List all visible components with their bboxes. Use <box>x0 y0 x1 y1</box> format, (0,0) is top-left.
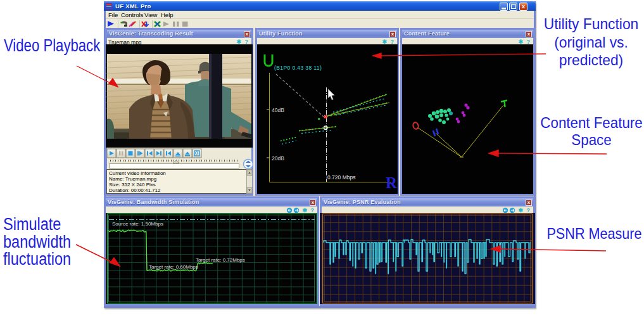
svg-text:Target rate: 0.72Mbps: Target rate: 0.72Mbps <box>196 257 245 263</box>
svg-text:Source rate: 1.50Mbps: Source rate: 1.50Mbps <box>112 221 163 227</box>
svg-text:20dB: 20dB <box>272 155 284 162</box>
svg-text:Size: 352 X 240 Pixs: Size: 352 X 240 Pixs <box>109 182 156 188</box>
svg-text:Duration: 00:00:41.712: Duration: 00:00:41.712 <box>109 188 161 193</box>
svg-text:0.720 Mbps: 0.720 Mbps <box>327 174 355 181</box>
svg-text:Target rate: 0.60Mbps: Target rate: 0.60Mbps <box>149 264 198 270</box>
svg-text:R: R <box>386 174 398 191</box>
svg-text:(B1P0 0.43 38 11): (B1P0 0.43 38 11) <box>274 65 322 71</box>
svg-text:Name: Trueman.mpg: Name: Trueman.mpg <box>109 176 156 182</box>
svg-text:40dB: 40dB <box>272 107 284 113</box>
svg-text:Current video information: Current video information <box>109 170 166 176</box>
